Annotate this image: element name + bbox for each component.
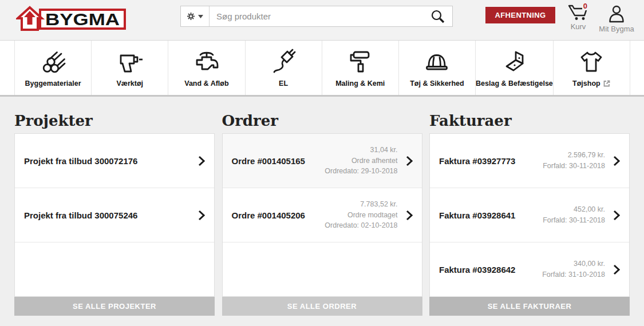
invoice-row[interactable]: Faktura #03927773 2.596,79 kr. Forfald: … bbox=[430, 134, 629, 188]
invoices-panel: Faktura #03927773 2.596,79 kr. Forfald: … bbox=[429, 133, 630, 297]
search-scope-dropdown[interactable] bbox=[181, 6, 210, 26]
nav-item-label: Beslag & Befæstigelse bbox=[476, 79, 553, 88]
project-label: Projekt fra tilbud 300072176 bbox=[24, 156, 198, 166]
order-amount: 31,04 kr. bbox=[325, 145, 397, 156]
projects-empty-space bbox=[15, 242, 214, 296]
chevron-right-icon bbox=[613, 156, 620, 166]
mit-bygma-link[interactable]: Mit Bygma bbox=[598, 5, 635, 33]
nav-item-byggematerialer[interactable]: Byggematerialer bbox=[15, 41, 92, 95]
order-row[interactable]: Ordre #001405165 31,04 kr. Ordre afhente… bbox=[223, 134, 422, 188]
nav-item-label: Vand & Afløb bbox=[184, 79, 228, 88]
external-link-icon bbox=[603, 79, 611, 88]
order-date: Ordredato: 02-10-2018 bbox=[325, 220, 397, 231]
order-label: Ordre #001405165 bbox=[232, 156, 325, 166]
chevron-right-icon bbox=[198, 210, 205, 221]
afhentning-button[interactable]: AFHENTNING bbox=[485, 7, 555, 23]
invoice-label: Faktura #03928641 bbox=[439, 210, 543, 220]
nav-item-label-text: Tøjshop bbox=[572, 79, 600, 88]
tshirt-icon bbox=[578, 48, 605, 75]
chevron-right-icon bbox=[406, 156, 413, 166]
projects-title: Projekter bbox=[14, 112, 215, 130]
invoice-meta: 2.596,79 kr. Forfald: 30-11-2018 bbox=[543, 150, 605, 172]
nav-item-el[interactable]: EL bbox=[246, 41, 322, 95]
see-all-projects-button[interactable]: SE ALLE PROJEKTER bbox=[14, 297, 215, 316]
invoice-meta: 340,00 kr. Forfald: 31-10-2018 bbox=[542, 259, 605, 280]
nav-item-tojshop[interactable]: Tøjshop bbox=[554, 41, 630, 95]
cart-count-badge: 0 bbox=[582, 2, 588, 10]
invoice-label: Faktura #03927773 bbox=[439, 156, 543, 166]
drill-icon bbox=[116, 48, 144, 75]
invoices-section: Fakturaer Faktura #03927773 2.596,79 kr.… bbox=[429, 97, 630, 316]
cart-label: Kurv bbox=[571, 22, 586, 31]
nav-item-maling-kemi[interactable]: Maling & Kemi bbox=[322, 41, 399, 95]
chevron-right-icon bbox=[406, 210, 413, 221]
user-icon bbox=[608, 5, 625, 23]
order-status: Ordre modtaget bbox=[325, 210, 397, 221]
invoice-due-date: Forfald: 30-11-2018 bbox=[543, 161, 605, 172]
invoice-row[interactable]: Faktura #03928641 452,00 kr. Forfald: 30… bbox=[430, 188, 629, 242]
nav-item-label: Maling & Kemi bbox=[335, 79, 385, 88]
power-plug-icon bbox=[270, 48, 297, 75]
nav-item-label: Byggematerialer bbox=[25, 79, 81, 88]
product-search-bar bbox=[180, 6, 453, 27]
invoice-due-date: Forfald: 31-10-2018 bbox=[542, 269, 605, 280]
invoice-due-date: Forfald: 30-11-2018 bbox=[543, 215, 605, 226]
orders-panel: Ordre #001405165 31,04 kr. Ordre afhente… bbox=[222, 133, 422, 297]
nav-left-spacer bbox=[0, 41, 15, 95]
invoice-row[interactable]: Faktura #03928642 340,00 kr. Forfald: 31… bbox=[430, 242, 629, 297]
faucet-icon bbox=[193, 48, 220, 75]
invoice-meta: 452,00 kr. Forfald: 30-11-2018 bbox=[543, 204, 605, 226]
search-icon bbox=[430, 9, 445, 24]
chevron-down-icon bbox=[198, 15, 203, 18]
project-label: Projekt fra tilbud 300075246 bbox=[24, 210, 198, 220]
cart-link[interactable]: 0 Kurv bbox=[563, 5, 594, 31]
hard-hat-icon bbox=[423, 48, 451, 75]
invoices-title: Fakturaer bbox=[429, 112, 630, 130]
order-row[interactable]: Ordre #001405206 7.783,52 kr. Ordre modt… bbox=[223, 188, 422, 242]
project-row[interactable]: Projekt fra tilbud 300072176 bbox=[15, 134, 214, 188]
search-button[interactable] bbox=[426, 9, 452, 24]
chevron-right-icon bbox=[198, 156, 205, 166]
bygma-logo[interactable]: BYGMA bbox=[16, 6, 128, 32]
bygma-dashboard-page: BYGMA AFHE bbox=[0, 0, 644, 326]
see-all-invoices-button[interactable]: SE ALLE FAKTURAER bbox=[429, 297, 630, 316]
chevron-right-icon bbox=[613, 210, 620, 221]
order-date: Ordredato: 29-10-2018 bbox=[325, 166, 397, 177]
orders-empty-space bbox=[223, 242, 422, 296]
nav-item-toj-sikkerhed[interactable]: Tøj & Sikkerhed bbox=[399, 41, 476, 95]
search-input[interactable] bbox=[210, 11, 426, 21]
order-meta: 31,04 kr. Ordre afhentet Ordredato: 29-1… bbox=[325, 145, 397, 177]
paint-roller-icon bbox=[346, 48, 374, 75]
invoice-amount: 452,00 kr. bbox=[543, 204, 605, 215]
dashboard-main: Projekter Projekt fra tilbud 300072176 P… bbox=[0, 97, 644, 316]
nav-right-spacer bbox=[630, 41, 644, 95]
nav-item-label: Værktøj bbox=[116, 79, 143, 88]
project-row[interactable]: Projekt fra tilbud 300075246 bbox=[15, 188, 214, 242]
orders-section: Ordrer Ordre #001405165 31,04 kr. Ordre … bbox=[222, 97, 422, 316]
nav-item-label: Tøj & Sikkerhed bbox=[410, 79, 464, 88]
orders-title: Ordrer bbox=[222, 112, 422, 130]
nav-item-vand-aflob[interactable]: Vand & Afløb bbox=[168, 41, 245, 95]
nav-item-label: EL bbox=[279, 79, 288, 88]
order-status: Ordre afhentet bbox=[325, 156, 397, 166]
nav-item-vaerktoj[interactable]: Værktøj bbox=[92, 41, 168, 95]
gear-icon bbox=[187, 12, 195, 21]
bygma-logo-icon: BYGMA bbox=[16, 6, 128, 32]
logo-text: BYGMA bbox=[45, 10, 120, 29]
logs-icon bbox=[39, 48, 67, 75]
projects-panel: Projekt fra tilbud 300072176 Projekt fra… bbox=[14, 133, 215, 297]
order-label: Ordre #001405206 bbox=[232, 210, 325, 220]
projects-section: Projekter Projekt fra tilbud 300072176 P… bbox=[14, 97, 215, 316]
account-label: Mit Bygma bbox=[599, 25, 634, 33]
top-header: BYGMA AFHE bbox=[0, 0, 644, 40]
angle-bracket-icon bbox=[500, 48, 528, 75]
chevron-right-icon bbox=[613, 264, 620, 275]
invoice-label: Faktura #03928642 bbox=[439, 265, 542, 275]
invoice-amount: 340,00 kr. bbox=[542, 259, 605, 269]
nav-item-beslag-befaestigelse[interactable]: Beslag & Befæstigelse bbox=[476, 41, 554, 95]
order-meta: 7.783,52 kr. Ordre modtaget Ordredato: 0… bbox=[325, 199, 397, 231]
category-nav: Byggematerialer Værktøj Vand & Afløb bbox=[0, 40, 644, 97]
see-all-orders-button[interactable]: SE ALLE ORDRER bbox=[222, 297, 422, 316]
invoice-amount: 2.596,79 kr. bbox=[543, 150, 605, 161]
nav-item-label: Tøjshop bbox=[572, 79, 611, 88]
